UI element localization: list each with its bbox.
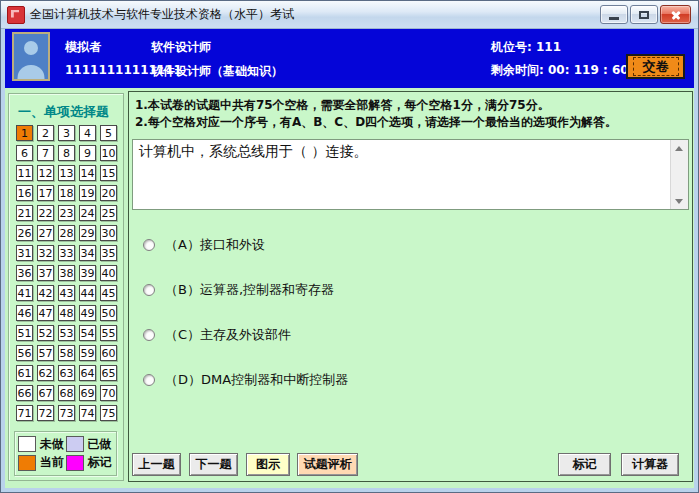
question-cell-58[interactable]: 58 [58,345,75,361]
question-cell-57[interactable]: 57 [37,345,54,361]
question-cell-38[interactable]: 38 [58,265,75,281]
question-cell-22[interactable]: 22 [37,205,54,221]
question-cell-63[interactable]: 63 [58,365,75,381]
question-cell-64[interactable]: 64 [79,365,96,381]
question-cell-75[interactable]: 75 [100,405,117,421]
question-cell-10[interactable]: 10 [100,145,117,161]
question-cell-27[interactable]: 27 [37,225,54,241]
previous-question-button[interactable]: 上一题 [132,453,181,476]
option-row-3[interactable]: （C）主存及外设部件 [143,312,682,357]
title-bar[interactable]: 全国计算机技术与软件专业技术资格（水平）考试 [1,1,698,29]
question-cell-28[interactable]: 28 [58,225,75,241]
question-cell-13[interactable]: 13 [58,165,75,181]
question-cell-7[interactable]: 7 [37,145,54,161]
question-cell-43[interactable]: 43 [58,285,75,301]
question-cell-45[interactable]: 45 [100,285,117,301]
question-cell-1[interactable]: 1 [16,125,33,141]
next-question-button[interactable]: 下一题 [189,453,238,476]
question-cell-41[interactable]: 41 [16,285,33,301]
question-cell-24[interactable]: 24 [79,205,96,221]
calculator-button[interactable]: 计算器 [621,453,679,476]
question-cell-44[interactable]: 44 [79,285,96,301]
question-cell-30[interactable]: 30 [100,225,117,241]
question-cell-17[interactable]: 17 [37,185,54,201]
question-cell-23[interactable]: 23 [58,205,75,221]
question-cell-68[interactable]: 68 [58,385,75,401]
question-cell-9[interactable]: 9 [79,145,96,161]
question-cell-16[interactable]: 16 [16,185,33,201]
option-row-2[interactable]: （B）运算器,控制器和寄存器 [143,267,682,312]
question-cell-69[interactable]: 69 [79,385,96,401]
option-radio[interactable] [143,374,155,386]
question-cell-51[interactable]: 51 [16,325,33,341]
question-cell-62[interactable]: 62 [37,365,54,381]
question-cell-61[interactable]: 61 [16,365,33,381]
scroll-down-button[interactable] [671,193,687,209]
question-cell-18[interactable]: 18 [58,185,75,201]
question-cell-70[interactable]: 70 [100,385,117,401]
candidate-role: 模拟者 [65,39,101,56]
question-text-box[interactable]: 计算机中，系统总线用于（ ）连接。 [132,139,689,210]
question-cell-36[interactable]: 36 [16,265,33,281]
question-cell-4[interactable]: 4 [79,125,96,141]
question-cell-40[interactable]: 40 [100,265,117,281]
question-cell-73[interactable]: 73 [58,405,75,421]
option-radio[interactable] [143,329,155,341]
question-cell-55[interactable]: 55 [100,325,117,341]
question-cell-46[interactable]: 46 [16,305,33,321]
mark-button[interactable]: 标记 [558,453,611,476]
question-cell-5[interactable]: 5 [100,125,117,141]
diagram-button[interactable]: 图示 [246,453,290,476]
question-cell-31[interactable]: 31 [16,245,33,261]
question-cell-8[interactable]: 8 [58,145,75,161]
question-cell-72[interactable]: 72 [37,405,54,421]
question-scrollbar[interactable] [670,140,688,209]
option-radio[interactable] [143,284,155,296]
question-cell-20[interactable]: 20 [100,185,117,201]
question-cell-6[interactable]: 6 [16,145,33,161]
exam-subject: 软件设计师（基础知识） [151,63,283,80]
question-cell-59[interactable]: 59 [79,345,96,361]
question-cell-35[interactable]: 35 [100,245,117,261]
question-cell-2[interactable]: 2 [37,125,54,141]
submit-exam-button[interactable]: 交卷 [626,54,685,79]
question-cell-12[interactable]: 12 [37,165,54,181]
question-cell-11[interactable]: 11 [16,165,33,181]
question-cell-15[interactable]: 15 [100,165,117,181]
question-cell-21[interactable]: 21 [16,205,33,221]
question-cell-37[interactable]: 37 [37,265,54,281]
question-cell-49[interactable]: 49 [79,305,96,321]
maximize-button[interactable] [630,5,658,24]
option-radio[interactable] [143,239,155,251]
question-cell-50[interactable]: 50 [100,305,117,321]
question-cell-48[interactable]: 48 [58,305,75,321]
question-cell-29[interactable]: 29 [79,225,96,241]
question-cell-3[interactable]: 3 [58,125,75,141]
question-cell-52[interactable]: 52 [37,325,54,341]
question-cell-71[interactable]: 71 [16,405,33,421]
question-cell-32[interactable]: 32 [37,245,54,261]
question-cell-56[interactable]: 56 [16,345,33,361]
question-cell-66[interactable]: 66 [16,385,33,401]
question-cell-54[interactable]: 54 [79,325,96,341]
question-cell-65[interactable]: 65 [100,365,117,381]
question-cell-39[interactable]: 39 [79,265,96,281]
option-row-4[interactable]: （D）DMA控制器和中断控制器 [143,357,682,402]
question-cell-67[interactable]: 67 [37,385,54,401]
analysis-button[interactable]: 试题评析 [297,453,358,476]
question-cell-47[interactable]: 47 [37,305,54,321]
question-cell-19[interactable]: 19 [79,185,96,201]
scroll-up-button[interactable] [671,140,687,156]
question-cell-33[interactable]: 33 [58,245,75,261]
question-cell-60[interactable]: 60 [100,345,117,361]
question-cell-26[interactable]: 26 [16,225,33,241]
question-cell-42[interactable]: 42 [37,285,54,301]
question-cell-53[interactable]: 53 [58,325,75,341]
question-cell-25[interactable]: 25 [100,205,117,221]
option-row-1[interactable]: （A）接口和外设 [143,222,682,267]
question-cell-34[interactable]: 34 [79,245,96,261]
minimize-button[interactable] [600,5,628,24]
question-cell-14[interactable]: 14 [79,165,96,181]
close-button[interactable] [660,5,691,24]
question-cell-74[interactable]: 74 [79,405,96,421]
